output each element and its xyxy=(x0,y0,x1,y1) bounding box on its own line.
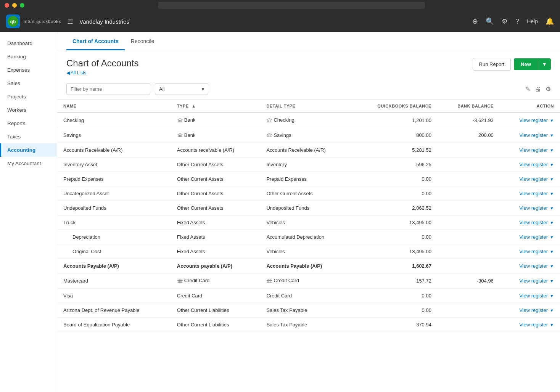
col-name: NAME xyxy=(57,100,171,113)
sidebar-item-dashboard[interactable]: Dashboard xyxy=(0,37,57,50)
print-icon[interactable]: 🖨 xyxy=(535,86,541,93)
filter-input[interactable] xyxy=(66,83,150,95)
account-type: Fixed Assets xyxy=(171,215,261,230)
page-title-area: Chart of Accounts ◀ All Lists xyxy=(66,58,138,76)
col-bank-balance: BANK BALANCE xyxy=(438,100,500,113)
view-register-link[interactable]: View register xyxy=(519,263,548,269)
view-register-link[interactable]: View register xyxy=(519,191,548,196)
account-type: Credit Card xyxy=(171,273,261,289)
account-action: View register ▼ xyxy=(500,157,560,172)
action-dropdown-icon[interactable]: ▼ xyxy=(549,162,554,167)
sidebar: Dashboard Banking Expenses Sales Project… xyxy=(0,32,57,392)
url-bar[interactable] xyxy=(158,2,425,9)
search-icon[interactable]: 🔍 xyxy=(486,17,494,26)
sidebar-item-workers[interactable]: Workers xyxy=(0,103,57,117)
view-register-link[interactable]: View register xyxy=(519,147,548,153)
filter-select[interactable]: All Assets Liabilities Equity Income Exp… xyxy=(155,83,208,95)
account-bank-balance xyxy=(438,303,500,317)
account-qb-balance: 157.72 xyxy=(352,273,438,289)
action-dropdown-icon[interactable]: ▼ xyxy=(549,308,554,313)
logo-area: qb intuit quickbooks xyxy=(6,14,61,28)
table-row: TruckFixed AssetsVehicles13,495.00View r… xyxy=(57,215,560,230)
view-register-link[interactable]: View register xyxy=(519,278,548,284)
help-icon[interactable]: ? xyxy=(515,18,519,26)
account-qb-balance: 2,062.52 xyxy=(352,201,438,215)
settings-icon[interactable]: ⚙ xyxy=(546,85,551,93)
account-type: Other Current Assets xyxy=(171,172,261,186)
account-detail-type: Accounts Receivable (A/R) xyxy=(260,143,352,157)
action-dropdown-icon[interactable]: ▼ xyxy=(549,191,554,196)
view-register-link[interactable]: View register xyxy=(519,322,548,328)
new-button[interactable]: New xyxy=(514,58,538,70)
sidebar-item-expenses[interactable]: Expenses xyxy=(0,63,57,77)
account-action: View register ▼ xyxy=(500,288,560,303)
tab-chart-of-accounts[interactable]: Chart of Accounts xyxy=(66,32,125,50)
minimize-btn[interactable] xyxy=(12,3,17,8)
table-row: Board of Equalization PayableOther Curre… xyxy=(57,317,560,332)
account-type: Other Current Liabilities xyxy=(171,303,261,317)
view-register-link[interactable]: View register xyxy=(519,162,548,167)
table-row: Accounts Receivable (A/R)Accounts receiv… xyxy=(57,143,560,157)
view-register-link[interactable]: View register xyxy=(519,205,548,211)
table-row: Inventory AssetOther Current AssetsInven… xyxy=(57,157,560,172)
maximize-btn[interactable] xyxy=(20,3,24,8)
action-dropdown-icon[interactable]: ▼ xyxy=(549,249,554,254)
view-register-link[interactable]: View register xyxy=(519,176,548,182)
action-dropdown-icon[interactable]: ▼ xyxy=(549,323,554,327)
account-bank-balance xyxy=(438,244,500,259)
view-register-link[interactable]: View register xyxy=(519,132,548,138)
action-dropdown-icon[interactable]: ▼ xyxy=(549,294,554,298)
help-label[interactable]: Help xyxy=(527,18,538,24)
sort-icon[interactable]: ▲ xyxy=(191,104,196,108)
account-qb-balance: 1,602.67 xyxy=(352,259,438,273)
sidebar-item-sales[interactable]: Sales xyxy=(0,77,57,90)
hamburger-icon[interactable]: ☰ xyxy=(67,17,73,26)
back-link[interactable]: ◀ All Lists xyxy=(66,70,138,76)
sidebar-item-taxes[interactable]: Taxes xyxy=(0,130,57,143)
table-row: Savings Bank Savings800.00200.00View reg… xyxy=(57,128,560,143)
sidebar-item-projects[interactable]: Projects xyxy=(0,90,57,103)
table-row: Arizona Dept. of Revenue PayableOther Cu… xyxy=(57,303,560,317)
view-register-link[interactable]: View register xyxy=(519,293,548,299)
account-bank-balance xyxy=(438,259,500,273)
view-register-link[interactable]: View register xyxy=(519,307,548,313)
action-dropdown-icon[interactable]: ▼ xyxy=(549,279,554,283)
close-btn[interactable] xyxy=(5,3,9,8)
new-button-dropdown[interactable]: ▼ xyxy=(538,58,551,70)
account-detail-type: Credit Card xyxy=(260,288,352,303)
run-report-button[interactable]: Run Report xyxy=(473,58,511,71)
view-register-link[interactable]: View register xyxy=(519,234,548,240)
table-row: Uncategorized AssetOther Current AssetsO… xyxy=(57,186,560,201)
action-dropdown-icon[interactable]: ▼ xyxy=(549,148,554,153)
action-dropdown-icon[interactable]: ▼ xyxy=(549,177,554,182)
action-dropdown-icon[interactable]: ▼ xyxy=(549,133,554,138)
action-dropdown-icon[interactable]: ▼ xyxy=(549,118,554,123)
filter-icons: ✎ 🖨 ⚙ xyxy=(525,85,551,93)
view-register-link[interactable]: View register xyxy=(519,249,548,254)
sidebar-item-my-accountant[interactable]: My Accountant xyxy=(0,157,57,170)
gear-icon[interactable]: ⚙ xyxy=(502,17,508,26)
sidebar-item-reports[interactable]: Reports xyxy=(0,117,57,130)
bell-icon[interactable]: 🔔 xyxy=(546,17,554,26)
action-dropdown-icon[interactable]: ▼ xyxy=(549,206,554,210)
table-header-row: NAME TYPE ▲ DETAIL TYPE QUICKBOOKS BALAN… xyxy=(57,100,560,113)
tabs: Chart of Accounts Reconcile xyxy=(57,32,560,50)
table-row: Prepaid ExpensesOther Current AssetsPrep… xyxy=(57,172,560,186)
action-dropdown-icon[interactable]: ▼ xyxy=(549,235,554,239)
sidebar-item-banking[interactable]: Banking xyxy=(0,50,57,63)
account-type: Fixed Assets xyxy=(171,230,261,244)
account-qb-balance: 13,495.00 xyxy=(352,244,438,259)
tab-reconcile[interactable]: Reconcile xyxy=(125,32,160,50)
view-register-link[interactable]: View register xyxy=(519,220,548,225)
sidebar-item-accounting[interactable]: Accounting xyxy=(0,143,57,157)
edit-icon[interactable]: ✎ xyxy=(525,85,530,93)
company-name: Vandelay Industries xyxy=(79,18,129,25)
filter-bar: All Assets Liabilities Equity Income Exp… xyxy=(57,80,560,95)
account-bank-balance xyxy=(438,201,500,215)
view-register-link[interactable]: View register xyxy=(519,117,548,123)
action-dropdown-icon[interactable]: ▼ xyxy=(549,220,554,225)
plus-icon[interactable]: ⊕ xyxy=(472,17,478,26)
top-nav: qb intuit quickbooks ☰ Vandelay Industri… xyxy=(0,11,560,32)
action-dropdown-icon[interactable]: ▼ xyxy=(549,264,554,268)
account-action: View register ▼ xyxy=(500,143,560,157)
